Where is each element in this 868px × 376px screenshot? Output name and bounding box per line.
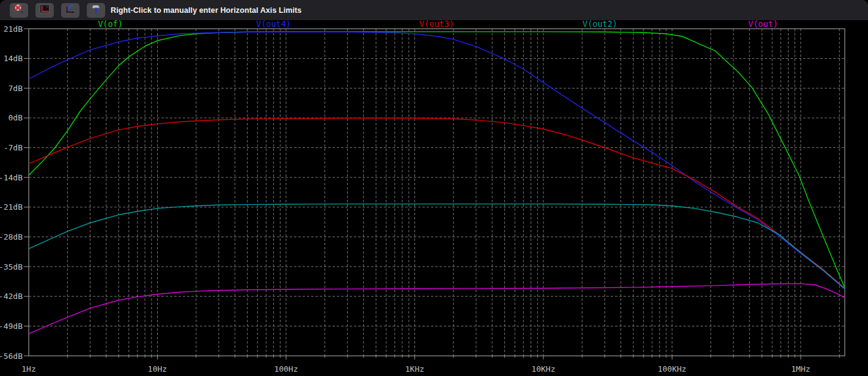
x-axis-label: 10KHz — [531, 364, 555, 374]
trace-v-out4- — [29, 32, 845, 289]
y-axis-label: -56dB — [0, 352, 23, 361]
y-axis-label: -28dB — [0, 232, 23, 241]
plot-border — [29, 29, 845, 356]
y-axis-label: -42dB — [0, 292, 23, 301]
y-axis-label: -21dB — [0, 202, 23, 212]
x-axis-label: 1KHz — [405, 364, 424, 374]
hammer-icon — [90, 4, 102, 17]
x-axis-label: 100KHz — [658, 364, 686, 374]
magnifier-crossed-icon — [13, 4, 25, 17]
y-axis-label: 0dB — [9, 113, 23, 122]
y-axis-label: 7dB — [9, 84, 23, 93]
toolbar: Right-Click to manually enter Horizontal… — [0, 0, 868, 20]
x-axis-label: 1MHz — [791, 364, 810, 374]
trace-label-v-of-[interactable]: V(of) — [98, 19, 123, 29]
y-axis-label: 21dB — [4, 24, 23, 34]
trace-label-v-out-[interactable]: V(out) — [748, 19, 778, 29]
autorange-icon — [64, 4, 76, 17]
plot-settings-button[interactable] — [35, 3, 54, 18]
trace-label-v-out4-[interactable]: V(out4) — [256, 19, 291, 29]
trace-label-v-out3-[interactable]: V(out3) — [419, 19, 454, 29]
waveform-viewer-window: 21dB14dB7dB0dB-7dB-14dB-21dB-28dB-35dB-4… — [0, 0, 868, 376]
plot-pane-icon — [39, 4, 51, 17]
y-axis-label: -14dB — [0, 173, 23, 182]
control-panel-button[interactable] — [87, 3, 105, 18]
y-axis-label: 14dB — [4, 54, 23, 63]
trace-v-out2- — [29, 204, 845, 289]
trace-v-out3- — [29, 118, 845, 288]
autorange-y-button[interactable] — [61, 3, 79, 18]
toolbar-hint-text: Right-Click to manually enter Horizontal… — [111, 6, 301, 15]
y-axis-label: -49dB — [0, 322, 23, 331]
y-axis-label: -35dB — [0, 262, 23, 271]
y-axis-label: -7dB — [4, 143, 23, 152]
zoom-full-extents-button[interactable] — [10, 3, 28, 18]
plot-canvas[interactable]: 21dB14dB7dB0dB-7dB-14dB-21dB-28dB-35dB-4… — [0, 0, 868, 376]
trace-v-of- — [29, 32, 845, 288]
x-axis-label: 10Hz — [148, 364, 167, 374]
x-axis-label: 100Hz — [274, 364, 298, 374]
trace-label-v-out2-[interactable]: V(out2) — [583, 19, 617, 29]
x-axis-label: 1Hz — [21, 364, 35, 374]
